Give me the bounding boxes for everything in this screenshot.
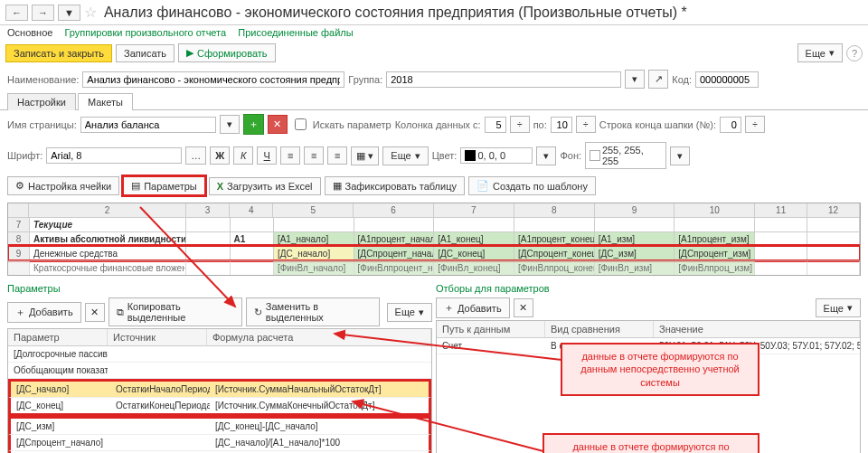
row-9[interactable]: 9 (8, 247, 30, 260)
save-button[interactable]: Записать (116, 44, 175, 62)
param-row[interactable]: [ДСпроцент_начало][ДС_начало]/[А1_начало… (8, 435, 431, 451)
pagename-input[interactable] (80, 117, 216, 133)
template-button[interactable]: 📄 Создать по шаблону (468, 176, 596, 195)
param-del-button[interactable]: ✕ (85, 303, 105, 322)
param-row[interactable]: Обобщающим показат... (8, 363, 431, 379)
col-source[interactable]: Источник (108, 329, 207, 345)
col-6[interactable]: 6 (354, 203, 434, 217)
param-copy-button[interactable]: ⧉ Копировать выделенные (108, 297, 242, 326)
param-row[interactable]: [Долгосрочные пассивы (кр... (8, 346, 431, 363)
filter-del-button[interactable]: ✕ (514, 298, 533, 317)
col-9[interactable]: 9 (595, 203, 675, 217)
colfrom-label: Колонка данных с: (395, 119, 481, 130)
param-row[interactable]: [ДС_конец]ОстаткиКонецПериода...[Источни… (8, 398, 431, 416)
spin2[interactable]: ÷ (576, 116, 596, 133)
col-10[interactable]: 10 (675, 203, 755, 217)
col-11[interactable]: 11 (755, 203, 807, 217)
bg-value: 255, 255, 255 (602, 145, 662, 166)
save-close-button[interactable]: Записать и закрыть (5, 44, 112, 62)
col-param[interactable]: Параметр (8, 329, 108, 345)
cell[interactable]: Текущие (30, 218, 186, 231)
params-grid[interactable]: Параметр Источник Формула расчета [Долго… (7, 328, 432, 453)
page-dd[interactable]: ▾ (220, 115, 240, 134)
tab-layouts[interactable]: Макеты (78, 93, 133, 110)
params-title: Параметры (7, 283, 432, 294)
col-2[interactable]: 2 (29, 203, 186, 217)
font-more-button[interactable]: Еще ▾ (382, 146, 428, 165)
name-input[interactable] (82, 71, 344, 88)
fix-table-button[interactable]: ▦ Зафиксировать таблицу (325, 176, 465, 195)
more-button[interactable]: Еще ▾ (797, 43, 843, 62)
colfrom-input[interactable] (485, 117, 506, 133)
col-path[interactable]: Путь к данным (437, 321, 545, 337)
bg-dd[interactable]: ▾ (670, 146, 690, 165)
endrow-input[interactable] (720, 117, 741, 133)
filters-title: Отборы для параметров (436, 283, 861, 294)
row-8[interactable]: 8 (8, 232, 30, 246)
col-formula[interactable]: Формула расчета (207, 329, 431, 345)
callout-2: данные в отчете формируются по математич… (542, 433, 760, 453)
star-icon[interactable]: ☆ (84, 4, 97, 21)
col-7[interactable]: 7 (434, 203, 514, 217)
param-add-button[interactable]: ＋ Добавить (7, 302, 81, 323)
tab-main[interactable]: Основное (7, 27, 52, 38)
tab-attachments[interactable]: Присоединенные файлы (238, 27, 353, 38)
group-dropdown[interactable]: ▾ (625, 70, 645, 89)
underline-button[interactable]: Ч (257, 146, 277, 165)
form-button[interactable]: ▶Сформировать (178, 43, 276, 62)
bold-button[interactable]: Ж (210, 146, 230, 165)
page-title: Анализ финансово - экономического состоя… (104, 5, 687, 21)
tab-settings[interactable]: Настройки (7, 93, 76, 110)
filter-add-button[interactable]: ＋ Добавить (436, 297, 510, 318)
search-param-checkbox[interactable] (295, 118, 307, 130)
col-value[interactable]: Значение (654, 321, 860, 337)
param-replace-button[interactable]: ↻ Заменить в выделенных (246, 297, 380, 326)
cell[interactable]: Денежные средства (30, 247, 186, 260)
col-3[interactable]: 3 (186, 203, 230, 217)
font-input[interactable] (46, 147, 182, 164)
group-input[interactable] (386, 71, 621, 88)
param-row[interactable]: [ДС_начало]ОстаткиНачалоПериод...[Источн… (8, 379, 431, 398)
filter-path[interactable]: Счет (437, 338, 545, 354)
col-5[interactable]: 5 (273, 203, 354, 217)
borders-button[interactable]: ▦ ▾ (351, 146, 379, 165)
tab-groupings[interactable]: Группировки произвольного отчета (64, 27, 226, 38)
back-button[interactable]: ← (5, 5, 28, 21)
cell-settings-button[interactable]: ⚙ Настройка ячейки (7, 176, 119, 195)
params-button[interactable]: ▤ Параметры (123, 176, 205, 195)
col-8[interactable]: 8 (514, 203, 595, 217)
nav-dropdown[interactable]: ▼ (58, 5, 80, 21)
cell[interactable]: Активы абсолютной ликвидности (30, 232, 186, 246)
italic-button[interactable]: К (233, 146, 253, 165)
align-left-button[interactable]: ≡ (280, 146, 300, 165)
col-12[interactable]: 12 (807, 203, 860, 217)
spreadsheet[interactable]: 2 3 4 5 6 7 8 9 10 11 12 7 Текущие 8 Акт… (7, 203, 861, 276)
search-param-label: Искать параметр (313, 119, 392, 130)
col-4[interactable]: 4 (230, 203, 273, 217)
spin3[interactable]: ÷ (745, 116, 765, 133)
row-7[interactable]: 7 (8, 218, 30, 231)
colto-input[interactable] (551, 117, 572, 133)
spin1[interactable]: ÷ (510, 116, 530, 133)
excel-button[interactable]: X Загрузить из Excel (209, 177, 321, 195)
help-icon[interactable]: ? (846, 45, 863, 61)
code-input[interactable] (695, 71, 759, 88)
param-more-button[interactable]: Еще ▾ (387, 303, 432, 322)
group-open[interactable]: ↗ (648, 70, 668, 89)
del-page-button[interactable]: ✕ (268, 115, 288, 134)
pagename-label: Имя страницы: (7, 119, 77, 130)
font-pick[interactable]: … (185, 146, 206, 165)
align-center-button[interactable]: ≡ (304, 146, 324, 165)
col-corner (8, 203, 29, 217)
endrow-label: Строка конца шапки (№): (599, 119, 716, 130)
align-right-button[interactable]: ≡ (327, 146, 347, 165)
group-label: Группа: (348, 74, 382, 85)
row-10[interactable] (8, 261, 30, 275)
add-page-button[interactable]: ＋ (243, 114, 264, 135)
filter-more-button[interactable]: Еще ▾ (816, 298, 861, 317)
param-row[interactable]: [ДС_изм][ДС_конец]-[ДС_начало] (8, 416, 431, 435)
color-label: Цвет: (432, 150, 458, 161)
fwd-button[interactable]: → (32, 5, 54, 21)
col-compare[interactable]: Вид сравнения (545, 321, 654, 337)
color-dd[interactable]: ▾ (536, 146, 556, 165)
